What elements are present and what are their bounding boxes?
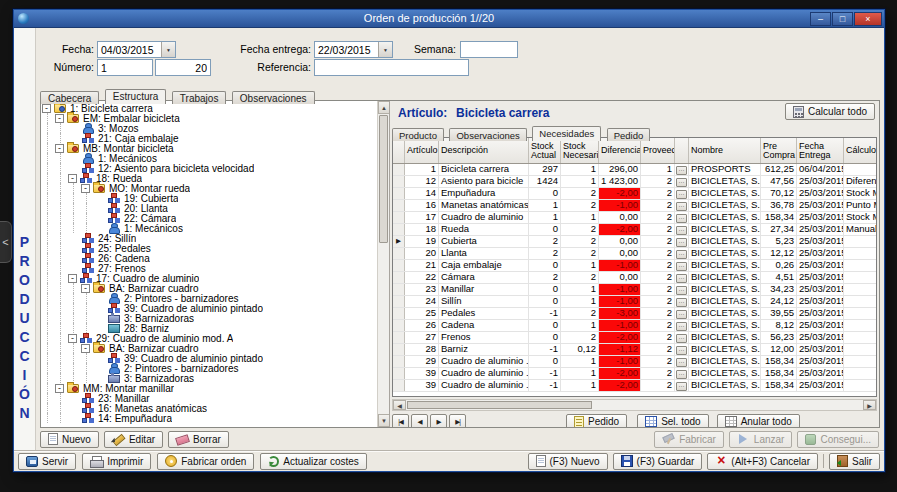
salir-button[interactable]: Salir	[829, 453, 880, 470]
nav-prev-button[interactable]: ◀	[411, 414, 428, 427]
imprimir-button[interactable]: Imprimir	[82, 453, 151, 470]
nav-first-button[interactable]: |◀	[392, 414, 409, 427]
tree-item[interactable]: 14: Empuñadura	[42, 413, 376, 423]
tree-item[interactable]: 28: Barniz	[42, 323, 376, 333]
tree-item[interactable]: -BA: Barnizar cuadro	[42, 343, 376, 353]
tree-collapse-toggle[interactable]: -	[81, 184, 90, 193]
table-row[interactable]: 18Rueda02-2,002···BICICLETAS, S.A.27,342…	[393, 224, 876, 236]
column-header-sn[interactable]: Stock Necesario	[561, 138, 599, 163]
row-selector[interactable]	[393, 224, 405, 235]
tree-collapse-toggle[interactable]: -	[68, 334, 77, 343]
table-row[interactable]: 22Cámara220,002···BICICLETAS, S.A.4,5125…	[393, 272, 876, 284]
tree-collapse-toggle[interactable]: -	[55, 114, 64, 123]
tree-item[interactable]: 27: Frenos	[42, 263, 376, 273]
table-row[interactable]: 29Cuadro de aluminio ...01-1,002···BICIC…	[393, 356, 876, 368]
dock-collapse-arrow[interactable]: <	[0, 221, 12, 263]
row-selector[interactable]	[393, 272, 405, 283]
tree-collapse-toggle[interactable]: -	[81, 284, 90, 293]
tab-pedido[interactable]: Pedido	[607, 128, 651, 141]
provider-lookup-button[interactable]: ···	[676, 262, 687, 271]
table-row[interactable]: 21Caja embalaje01-1,002···BICICLETAS, S.…	[393, 260, 876, 272]
column-header-prov[interactable]: Proveedor	[641, 138, 675, 163]
table-row[interactable]: 23Manillar01-1,002···BICICLETAS, S.A.34,…	[393, 284, 876, 296]
tree-item[interactable]: 19: Cubierta	[42, 193, 376, 203]
scroll-up-button[interactable]: ▲	[378, 101, 389, 114]
tree-item[interactable]: 1: Mecánicos	[42, 223, 376, 233]
altf3-cancelar-button[interactable]: (Alt+F3) Cancelar	[707, 453, 818, 470]
provider-lookup-button[interactable]: ···	[676, 370, 687, 379]
provider-lookup-button[interactable]: ···	[676, 346, 687, 355]
table-row[interactable]: ▶19Cubierta220,002···BICICLETAS, S.A.5,2…	[393, 236, 876, 248]
tree-collapse-toggle[interactable]: -	[55, 384, 64, 393]
table-row[interactable]: 39Cuadro de aluminio ...-11-2,002···BICI…	[393, 380, 876, 392]
servir-button[interactable]: Servir	[18, 453, 76, 470]
scrollbar-thumb[interactable]	[379, 115, 388, 243]
row-selector[interactable]	[393, 296, 405, 307]
table-row[interactable]: 12Asiento para bicicle142411 423,002···B…	[393, 176, 876, 188]
pedido-button[interactable]: Pedido	[566, 414, 627, 428]
row-selector[interactable]	[393, 248, 405, 259]
fecha-select[interactable]: 04/03/2015 ▼	[97, 41, 176, 58]
tree-item[interactable]: 3: Barnizadoras	[42, 373, 376, 383]
dropdown-arrow-icon[interactable]: ▼	[161, 42, 175, 57]
tree-item[interactable]: -EM: Embalar bicicleta	[42, 113, 376, 123]
provider-lookup-button[interactable]: ···	[676, 358, 687, 367]
tree-collapse-toggle[interactable]: -	[68, 174, 77, 183]
table-row[interactable]: 39Cuadro de aluminio ...-11-2,002···BICI…	[393, 368, 876, 380]
provider-lookup-button[interactable]: ···	[676, 214, 687, 223]
conseguir-button[interactable]: Consegui...	[797, 431, 879, 448]
table-row[interactable]: 25Pedales-12-3,002···BICICLETAS, S.A.39,…	[393, 308, 876, 320]
tree-item[interactable]: 21: Caja embalaje	[42, 133, 376, 143]
table-row[interactable]: 1Bicicleta carrera2971296,001···PROSPORT…	[393, 164, 876, 176]
provider-lookup-button[interactable]: ···	[676, 334, 687, 343]
row-selector[interactable]	[393, 284, 405, 295]
row-selector[interactable]	[393, 260, 405, 271]
column-header-btn[interactable]	[675, 138, 689, 163]
row-selector[interactable]: ▶	[393, 236, 405, 247]
provider-lookup-button[interactable]: ···	[676, 286, 687, 295]
f3-guardar-button[interactable]: (F3) Guardar	[613, 453, 703, 470]
tree-item[interactable]: 12: Asiento para bicicleta velocidad	[42, 163, 376, 173]
provider-lookup-button[interactable]: ···	[676, 238, 687, 247]
tree-item[interactable]: 23: Manillar	[42, 393, 376, 403]
scrollbar-thumb[interactable]	[407, 401, 592, 409]
tree-item[interactable]: -BA: Barnizar cuadro	[42, 283, 376, 293]
provider-lookup-button[interactable]: ···	[676, 178, 687, 187]
provider-lookup-button[interactable]: ···	[676, 166, 687, 175]
column-header-calc[interactable]: Cálculo St	[844, 138, 877, 163]
tab-necesidades[interactable]: Necesidades	[532, 126, 601, 141]
titlebar[interactable]: Orden de producción 1//20 – □ ×	[14, 10, 884, 28]
row-selector[interactable]	[393, 344, 405, 355]
numero-input[interactable]	[97, 59, 153, 76]
fabricar-orden-button[interactable]: Fabricar orden	[157, 453, 254, 470]
tree-item[interactable]: 24: Sillín	[42, 233, 376, 243]
tree-item[interactable]: -MO: Montar rueda	[42, 183, 376, 193]
tree-collapse-toggle[interactable]: -	[55, 144, 64, 153]
maximize-button[interactable]: □	[832, 12, 853, 26]
table-row[interactable]: 17Cuadro de aluminio110,002···BICICLETAS…	[393, 212, 876, 224]
provider-lookup-button[interactable]: ···	[676, 226, 687, 235]
borrar-button[interactable]: Borrar	[168, 431, 229, 448]
provider-lookup-button[interactable]: ···	[676, 202, 687, 211]
nuevo-button[interactable]: Nuevo	[40, 431, 99, 448]
tree-item[interactable]: -MM: Montar manillar	[42, 383, 376, 393]
grid-horizontal-scrollbar[interactable]: ◀ ▶	[392, 399, 877, 411]
editar-button[interactable]: Editar	[104, 431, 163, 448]
lanzar-button[interactable]: Lanzar	[729, 431, 793, 448]
tree-collapse-toggle[interactable]: -	[68, 274, 77, 283]
nav-last-button[interactable]: ▶|	[449, 414, 466, 427]
tree-item[interactable]: 3: Barnizadoras	[42, 313, 376, 323]
row-selector[interactable]	[393, 356, 405, 367]
table-row[interactable]: 26Cadena01-1,002···BICICLETAS, S.A.8,122…	[393, 320, 876, 332]
tree-item[interactable]: 39: Cuadro de aluminio pintado	[42, 303, 376, 313]
provider-lookup-button[interactable]: ···	[676, 322, 687, 331]
minimize-button[interactable]: –	[810, 12, 831, 26]
row-selector[interactable]	[393, 332, 405, 343]
row-selector[interactable]	[393, 200, 405, 211]
tab-estructura[interactable]: Estructura	[105, 89, 167, 104]
row-selector[interactable]	[393, 380, 405, 391]
tree-item[interactable]: 3: Mozos	[42, 123, 376, 133]
tree-item[interactable]: 20: Llanta	[42, 203, 376, 213]
table-row[interactable]: 28Barniz-10,12-1,122···BICICLETAS, S.A.1…	[393, 344, 876, 356]
calcular-todo-button[interactable]: Calcular todo	[785, 103, 875, 120]
